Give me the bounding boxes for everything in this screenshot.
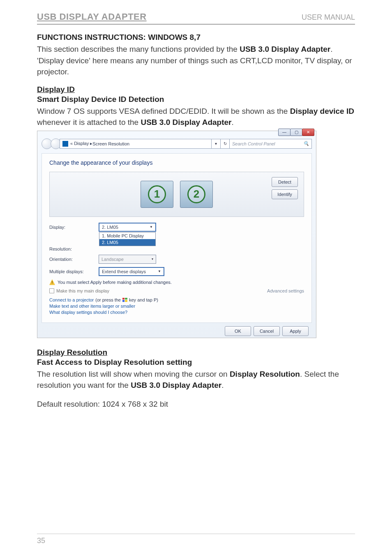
orientation-row: Orientation: Landscape▾ [49, 255, 304, 264]
display-id-paragraph: Window 7 OS supports VESA defined DDC/ED… [37, 106, 355, 128]
orientation-label: Orientation: [49, 257, 99, 262]
orientation-combobox: Landscape▾ [99, 255, 156, 264]
section-heading-functions: FUNCTIONS INSTRUCTIONS: WINDOWS 8,7 [37, 33, 355, 42]
minimize-button[interactable]: — [278, 129, 291, 136]
search-placeholder: Search Control Panel [232, 141, 275, 146]
breadcrumb[interactable]: « Display ▸ Screen Resolution [60, 139, 212, 149]
apply-button[interactable]: Apply [282, 326, 309, 336]
chevron-down-icon: ▾ [152, 257, 153, 261]
monitor-2-badge: 2 [187, 185, 205, 203]
display-combobox[interactable]: 2. LM05▼ 1. Mobile PC Display 2. LM05 [99, 223, 156, 232]
apply-warning: ! You must select Apply before making ad… [49, 279, 304, 285]
subsection-smart-detection: Smart Display Device ID Detection [37, 95, 355, 104]
close-button[interactable]: ✕ [302, 129, 314, 136]
subsection-display-resolution: Display Resolution [37, 348, 355, 357]
ok-button[interactable]: OK [225, 326, 251, 336]
chevron-down-icon: ▼ [158, 269, 161, 273]
windows-key-icon [122, 298, 127, 302]
display-arrangement-preview[interactable]: 1 2 Detect Identify [49, 172, 304, 217]
display-label: Display: [49, 225, 99, 230]
help-link[interactable]: What display settings should I choose? [49, 310, 304, 315]
resolution-row: Resolution: [49, 246, 304, 251]
resolution-label: Resolution: [49, 246, 99, 251]
page-header: USB DISPLAY ADAPTER USER MANUAL [37, 12, 355, 25]
header-title: USB DISPLAY ADAPTER [37, 12, 147, 22]
chevron-down-icon: ▼ [150, 225, 153, 229]
display-row: Display: 2. LM05▼ 1. Mobile PC Display 2… [49, 223, 304, 232]
dialog-footer-buttons: OK Cancel Apply [37, 326, 316, 336]
default-resolution: Default resolution: 1024 x 768 x 32 bit [37, 398, 355, 410]
page-number: 35 [37, 534, 355, 545]
multiple-displays-label: Multiple displays: [49, 269, 99, 274]
monitor-2[interactable]: 2 [180, 181, 213, 208]
monitor-1[interactable]: 1 [141, 181, 173, 208]
warning-icon: ! [49, 279, 55, 285]
advanced-settings-link[interactable]: Advanced settings [267, 288, 304, 293]
main-display-row: Make this my main display Advanced setti… [49, 288, 304, 293]
subsection-fast-access: Fast Access to Display Resolution settin… [37, 358, 355, 367]
breadcrumb-dropdown[interactable]: ▾ [212, 139, 221, 149]
subsection-display-id: Display ID [37, 85, 355, 94]
main-display-label: Make this my main display [56, 288, 109, 293]
display-option-1[interactable]: 1. Mobile PC Display [99, 233, 155, 239]
monitor-1-badge: 1 [148, 185, 166, 203]
maximize-button[interactable]: ▢ [290, 129, 302, 136]
intro-paragraph: This section describes the many function… [37, 44, 355, 78]
display-option-2[interactable]: 2. LM05 [99, 239, 155, 246]
multiple-displays-row: Multiple displays: Extend these displays… [49, 267, 304, 276]
resolution-paragraph: The resolution list will show when movin… [37, 368, 355, 391]
projector-link[interactable]: Connect to a projector (or press the key… [49, 297, 304, 302]
header-subtitle: USER MANUAL [302, 13, 355, 22]
window-controls: — ▢ ✕ [279, 129, 314, 136]
control-panel-icon [62, 141, 68, 147]
cancel-button[interactable]: Cancel [254, 326, 280, 336]
display-dropdown-list[interactable]: 1. Mobile PC Display 2. LM05 [99, 232, 156, 246]
text-size-link[interactable]: Make text and other items larger or smal… [49, 304, 304, 309]
detect-button[interactable]: Detect [272, 177, 298, 187]
multiple-displays-combobox[interactable]: Extend these displays▼ [99, 267, 164, 276]
panel-title: Change the appearance of your displays [49, 159, 304, 166]
main-display-checkbox[interactable] [49, 288, 54, 293]
identify-button[interactable]: Identify [272, 189, 298, 199]
refresh-button[interactable]: ↻ [221, 139, 230, 149]
search-input[interactable]: Search Control Panel 🔍 [230, 139, 312, 149]
address-bar: « Display ▸ Screen Resolution ▾ ↻ Search… [42, 138, 312, 149]
screenshot-screen-resolution: — ▢ ✕ « Display ▸ Screen Resolution ▾ ↻ … [37, 131, 316, 338]
search-icon: 🔍 [303, 141, 309, 146]
content-panel: Change the appearance of your displays 1… [42, 153, 312, 323]
